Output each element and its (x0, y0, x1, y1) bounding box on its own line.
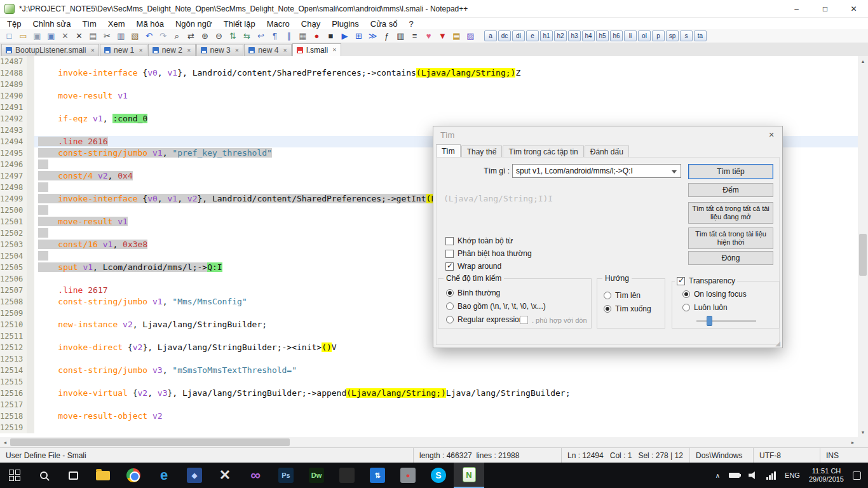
battery-icon[interactable] (729, 473, 740, 478)
close-button[interactable]: ✕ (839, 0, 868, 18)
zoom-out-icon[interactable]: ⊖ (212, 30, 226, 43)
tag-e-button[interactable]: e (526, 30, 539, 41)
run-macro-multiple-icon[interactable]: ≫ (366, 30, 379, 43)
wrap-around-checkbox[interactable]: Wrap around (445, 262, 501, 271)
edge-taskbar-button[interactable]: e (149, 463, 179, 488)
close-tab-icon[interactable]: ✕ (332, 47, 337, 53)
direction-down-radio[interactable]: Tìm xuống (604, 304, 651, 313)
dialog-close-icon[interactable]: ✕ (766, 129, 777, 140)
tag-a-button[interactable]: a (484, 30, 497, 41)
save-icon[interactable]: ▣ (31, 30, 44, 43)
scroll-left-icon[interactable]: ◄ (0, 437, 10, 447)
menu-item-3[interactable]: Xem (102, 18, 131, 29)
visual-studio-taskbar-button[interactable]: ∞ (240, 463, 271, 488)
tag-li-button[interactable]: li (624, 30, 637, 41)
close-tab-icon[interactable]: ✕ (139, 48, 143, 53)
match-whole-word-checkbox[interactable]: Khớp toàn bộ từ (445, 236, 513, 245)
tab-new-1[interactable]: new 1✕ (100, 44, 147, 56)
menu-item-11[interactable]: ? (403, 18, 419, 29)
tag-h5-button[interactable]: h5 (596, 30, 609, 41)
resize-grip-icon[interactable]: ◢ (775, 340, 780, 347)
search-mode-normal-radio[interactable]: Bình thường (446, 288, 500, 297)
recorder-app-taskbar-button[interactable]: ● (393, 463, 423, 488)
show-indent-guide-icon[interactable]: ∥ (282, 30, 295, 43)
minimize-button[interactable]: – (782, 0, 811, 18)
find-all-open-docs-button[interactable]: Tìm tất cả trong tất cả tài liệu đang mở (688, 202, 773, 224)
scroll-right-icon[interactable]: ► (848, 437, 858, 447)
zoom-in-icon[interactable]: ⊕ (198, 30, 212, 43)
skype-taskbar-button[interactable]: S (423, 463, 454, 488)
cut-icon[interactable]: ✂ (100, 30, 114, 43)
scroll-down-icon[interactable]: ▼ (858, 427, 868, 437)
menu-item-9[interactable]: Plugins (326, 18, 365, 29)
close-dialog-button[interactable]: Đóng (688, 251, 773, 265)
volume-icon[interactable] (749, 471, 757, 479)
photoshop-taskbar-button[interactable]: Ps (271, 463, 301, 488)
undo-icon[interactable]: ↶ (142, 30, 156, 43)
menu-item-5[interactable]: Ngôn ngữ (170, 18, 218, 29)
new-file-icon[interactable]: □ (3, 30, 16, 43)
search-button[interactable] (29, 463, 58, 488)
transparency-checkbox[interactable]: Transparency (675, 276, 737, 285)
count-button[interactable]: Đếm (688, 183, 773, 197)
search-mode-extended-radio[interactable]: Bao gồm (\n, \r, \t, \0, \x...) (446, 302, 546, 311)
close-tab-icon[interactable]: ✕ (187, 48, 191, 53)
action-center-icon[interactable] (853, 471, 861, 480)
tab-bootuplistener-smali[interactable]: BootupListener.smali✕ (1, 44, 99, 56)
transparency-on-losing-focus-radio[interactable]: On losing focus (682, 290, 747, 299)
tag-h1-button[interactable]: h1 (540, 30, 553, 41)
dot-matches-newline-checkbox[interactable]: . phù hợp với dòn (520, 316, 590, 324)
tag-h2-button[interactable]: h2 (554, 30, 567, 41)
menu-item-10[interactable]: Cửa sổ (365, 18, 403, 29)
close-file-icon[interactable]: ✕ (58, 30, 72, 43)
network-icon[interactable] (766, 471, 776, 480)
find-dialog-tab-0[interactable]: Tìm (436, 144, 461, 158)
find-next-button[interactable]: Tìm tiếp (688, 164, 773, 179)
show-all-chars-icon[interactable]: ¶ (268, 30, 281, 43)
tag-dc-button[interactable]: dc (498, 30, 511, 41)
paste-icon[interactable]: ▧ (128, 30, 142, 43)
match-case-checkbox[interactable]: Phân biệt hoa thường (445, 249, 532, 258)
tag-ta-button[interactable]: ta (694, 30, 707, 41)
sync-horizontal-icon[interactable]: ⇆ (240, 30, 254, 43)
find-what-combobox[interactable]: sput v1, Lcom/android/mms/l;->Q:I (512, 164, 681, 178)
tool-app-taskbar-button[interactable]: ✕ (210, 463, 240, 488)
chevron-down-icon[interactable] (672, 170, 677, 173)
menu-item-8[interactable]: Chạy (295, 18, 326, 29)
doc-switcher-icon[interactable]: ≡ (408, 30, 421, 43)
tag-h3-button[interactable]: h3 (568, 30, 581, 41)
scroll-up-icon[interactable]: ▲ (858, 56, 868, 66)
search-mode-regex-radio[interactable]: Regular expression (446, 315, 523, 324)
tab-new-2[interactable]: new 2✕ (148, 44, 196, 56)
tag-p-button[interactable]: p (652, 30, 665, 41)
filter-plugin-icon[interactable]: ▼ (436, 30, 449, 43)
start-button[interactable] (0, 463, 29, 488)
dreamweaver-taskbar-button[interactable]: Dw (301, 463, 332, 488)
word-wrap-icon[interactable]: ↩ (254, 30, 268, 43)
sync-vertical-icon[interactable]: ⇅ (226, 30, 240, 43)
menu-item-4[interactable]: Mã hóa (131, 18, 170, 29)
vertical-scrollbar[interactable]: ▲ ▼ (858, 56, 868, 437)
transparency-always-radio[interactable]: Luôn luôn (682, 303, 728, 312)
menu-item-1[interactable]: Chỉnh sửa (27, 18, 76, 29)
menu-item-2[interactable]: Tìm (76, 18, 102, 29)
tab-l-smali[interactable]: l.smali✕ (292, 43, 341, 56)
menu-item-6[interactable]: Thiết lập (218, 18, 261, 29)
blue-dev-app-taskbar-button[interactable]: ◆ (179, 463, 210, 488)
playback-macro-icon[interactable]: ▶ (338, 30, 351, 43)
tag-sp-button[interactable]: sp (666, 30, 679, 41)
maximize-button[interactable]: □ (811, 0, 839, 18)
file-explorer-taskbar-button[interactable] (88, 463, 118, 488)
menu-item-7[interactable]: Macro (261, 18, 295, 29)
open-folder-icon[interactable]: ▭ (17, 30, 30, 43)
find-dialog-tab-2[interactable]: Tìm trong các tập tin (503, 146, 583, 158)
notepad-plus-plus-taskbar-button[interactable]: N (454, 463, 484, 488)
tab-new-3[interactable]: new 3✕ (196, 44, 244, 56)
slider-thumb-icon[interactable] (707, 316, 712, 326)
find-dialog-titlebar[interactable]: Tìm ✕ (433, 126, 782, 143)
chrome-taskbar-button[interactable] (118, 463, 149, 488)
tag-s-button[interactable]: s (680, 30, 693, 41)
tab-new-4[interactable]: new 4✕ (244, 44, 292, 56)
document-map-icon[interactable]: ▥ (394, 30, 407, 43)
horizontal-scrollbar[interactable]: ◄ ► (0, 437, 858, 447)
